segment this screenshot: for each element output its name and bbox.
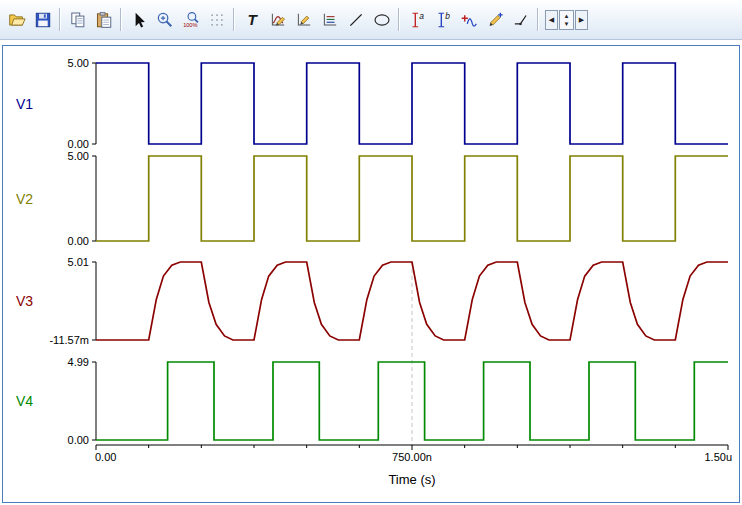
next-page-button[interactable]: ▶ bbox=[575, 10, 588, 30]
y-max-label: 5.00 bbox=[68, 150, 89, 162]
x-tick-label: 0.00 bbox=[95, 451, 116, 463]
spinner-down-icon[interactable]: ▼ bbox=[560, 20, 573, 28]
paste-icon bbox=[95, 11, 113, 29]
toolbar-separator bbox=[398, 8, 400, 31]
toolbar: 100% T bbox=[0, 0, 742, 40]
zoom-in-button[interactable] bbox=[152, 7, 177, 32]
grid-toggle-button[interactable] bbox=[204, 7, 229, 32]
toolbar-separator bbox=[59, 8, 61, 31]
edit-axis-tool-button[interactable] bbox=[291, 7, 316, 32]
line-tool-icon bbox=[347, 11, 365, 29]
toolbar-separator bbox=[120, 8, 122, 31]
y-min-label: 0.00 bbox=[68, 235, 89, 247]
legend-tool-button[interactable] bbox=[317, 7, 342, 32]
y-max-label: 5.01 bbox=[68, 256, 89, 268]
trace-label-V3: V3 bbox=[16, 293, 33, 309]
waveform-canvas[interactable]: 0.00750.00n1.50uTime (s)5.000.00V15.000.… bbox=[3, 46, 739, 502]
ellipse-tool-button[interactable] bbox=[369, 7, 394, 32]
x-tick-label: 1.50u bbox=[704, 451, 732, 463]
svg-text:100%: 100% bbox=[183, 22, 197, 28]
cursor-arrow-icon bbox=[130, 11, 148, 29]
svg-text:b: b bbox=[445, 11, 450, 21]
text-tool-icon: T bbox=[243, 11, 261, 29]
add-curve-button[interactable] bbox=[456, 7, 481, 32]
line-tool-button[interactable] bbox=[343, 7, 368, 32]
toolbar-separator bbox=[233, 8, 235, 31]
copy-button[interactable] bbox=[65, 7, 90, 32]
cursor-b-icon: b bbox=[434, 11, 452, 29]
pen-plus-icon bbox=[486, 11, 504, 29]
polyline-icon bbox=[512, 11, 530, 29]
save-button[interactable] bbox=[30, 7, 55, 32]
trace-label-V4: V4 bbox=[16, 393, 33, 409]
edit-axis-icon bbox=[295, 11, 313, 29]
pen-tool-button[interactable] bbox=[482, 7, 507, 32]
trace-V1 bbox=[96, 63, 728, 144]
trace-label-V1: V1 bbox=[16, 96, 33, 112]
y-min-label: 0.00 bbox=[68, 138, 89, 150]
copy-icon bbox=[69, 11, 87, 29]
zoom-100-icon: 100% bbox=[182, 11, 200, 29]
paste-button[interactable] bbox=[91, 7, 116, 32]
grid-dots-icon bbox=[208, 11, 226, 29]
page-spinner[interactable]: ▲ ▼ bbox=[559, 10, 574, 30]
floppy-disk-icon bbox=[34, 11, 52, 29]
toolbar-separator bbox=[537, 8, 539, 31]
y-max-label: 5.00 bbox=[68, 57, 89, 69]
polyline-tool-button[interactable] bbox=[508, 7, 533, 32]
trace-V2 bbox=[96, 156, 728, 241]
prev-page-button[interactable]: ◀ bbox=[545, 10, 558, 30]
y-min-label: -11.57m bbox=[49, 334, 89, 346]
cursor-b-button[interactable]: b bbox=[430, 7, 455, 32]
trace-label-V2: V2 bbox=[16, 191, 33, 207]
left-arrow-icon: ◀ bbox=[549, 16, 554, 23]
spinner-up-icon[interactable]: ▲ bbox=[560, 12, 573, 20]
y-min-label: 0.00 bbox=[68, 434, 89, 446]
ellipse-tool-icon bbox=[373, 11, 391, 29]
svg-text:T: T bbox=[247, 11, 258, 28]
svg-text:a: a bbox=[419, 11, 424, 21]
cursor-a-button[interactable]: a bbox=[404, 7, 429, 32]
x-tick-label: 750.00n bbox=[392, 451, 432, 463]
x-axis-title: Time (s) bbox=[388, 472, 435, 487]
legend-icon bbox=[321, 11, 339, 29]
text-tool-button[interactable]: T bbox=[239, 7, 264, 32]
edit-waveform-tool-button[interactable] bbox=[265, 7, 290, 32]
page-control: ◀ ▲ ▼ ▶ bbox=[545, 10, 588, 30]
edit-waveform-icon bbox=[269, 11, 287, 29]
open-button[interactable] bbox=[4, 7, 29, 32]
cursor-a-icon: a bbox=[408, 11, 426, 29]
zoom-in-icon bbox=[156, 11, 174, 29]
right-arrow-icon: ▶ bbox=[579, 16, 584, 23]
trace-V4 bbox=[96, 362, 728, 440]
plot-area[interactable]: 0.00750.00n1.50uTime (s)5.000.00V15.000.… bbox=[2, 45, 740, 503]
add-curve-icon bbox=[460, 11, 478, 29]
select-cursor-button[interactable] bbox=[126, 7, 151, 32]
zoom-100-button[interactable]: 100% bbox=[178, 7, 203, 32]
y-max-label: 4.99 bbox=[68, 356, 89, 368]
open-folder-icon bbox=[8, 11, 26, 29]
